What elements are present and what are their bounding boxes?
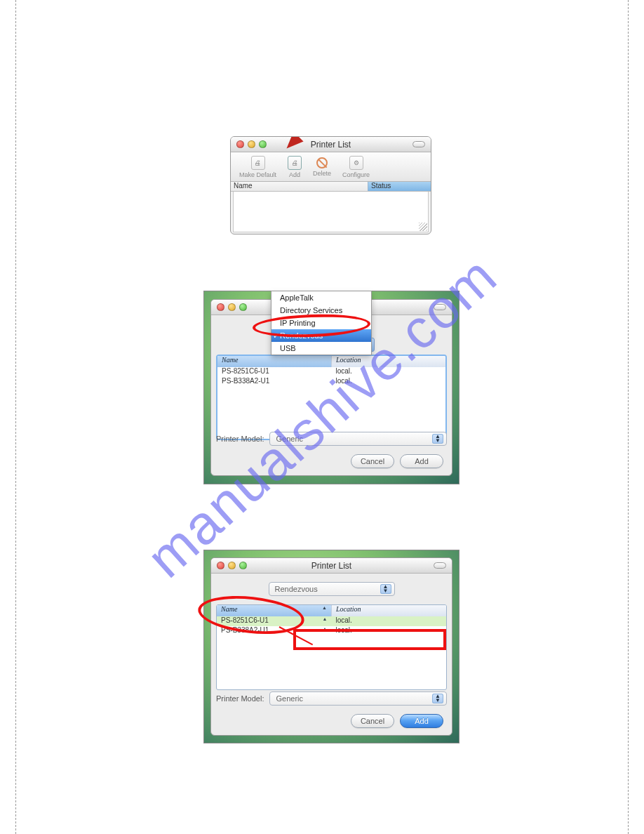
zoom-icon[interactable] xyxy=(259,140,267,148)
toolbar-toggle-icon[interactable] xyxy=(412,141,425,147)
titlebar: Printer List xyxy=(211,558,452,574)
printer-list-empty[interactable] xyxy=(233,192,429,232)
add-button[interactable]: Add xyxy=(400,714,443,728)
printer-model-value: Generic xyxy=(276,694,303,703)
add-button[interactable]: 🖨 Add xyxy=(283,154,306,180)
printer-model-select[interactable]: Generic ▲▼ xyxy=(269,691,447,706)
titlebar: Printer List xyxy=(231,137,431,152)
row-name: PS-B338A2-U1 xyxy=(217,377,332,387)
window-title: Printer List xyxy=(311,140,351,150)
delete-button[interactable]: Delete xyxy=(309,154,335,180)
close-icon[interactable] xyxy=(236,140,244,148)
printer-model-select[interactable]: Generic ▲▼ xyxy=(269,432,447,446)
configure-label: Configure xyxy=(342,171,370,178)
configure-button[interactable]: ⚙ Configure xyxy=(338,154,374,180)
row-location: local. xyxy=(332,377,446,387)
select-arrows-icon: ▲▼ xyxy=(435,435,441,443)
menu-item-appletalk[interactable]: AppleTalk xyxy=(271,291,371,304)
printer-icon: 🖨 xyxy=(251,156,265,170)
add-label: Add xyxy=(289,171,300,178)
list-row[interactable]: PS-B338A2-U1 local. xyxy=(217,377,445,387)
col-location[interactable]: Location xyxy=(332,356,445,367)
toolbar-toggle-icon[interactable] xyxy=(434,304,446,310)
col-status[interactable]: Status xyxy=(368,182,431,191)
col-name[interactable]: Name xyxy=(217,356,332,367)
window-title: Printer List xyxy=(311,561,351,571)
close-icon[interactable] xyxy=(217,562,224,569)
connection-type-value: Rendezvous xyxy=(275,585,318,593)
printer-model-label: Printer Model: xyxy=(216,694,264,703)
printer-model-value: Generic xyxy=(276,435,303,443)
red-rect-annotation xyxy=(293,629,446,650)
add-button[interactable]: Add xyxy=(400,454,443,468)
row-location: local. xyxy=(332,367,446,377)
connection-type-select[interactable]: Rendezvous ▲▼ xyxy=(269,582,395,596)
make-default-button[interactable]: 🖨 Make Default xyxy=(235,154,281,180)
cancel-button[interactable]: Cancel xyxy=(351,454,394,468)
cancel-button[interactable]: Cancel xyxy=(351,714,394,728)
col-name[interactable]: Name xyxy=(231,182,368,191)
menu-item-usb[interactable]: USB xyxy=(271,342,371,355)
printer-icon: 🖨 xyxy=(288,156,302,170)
col-location[interactable]: Location xyxy=(332,605,446,616)
toolbar: 🖨 Make Default 🖨 Add Delete ⚙ Configure xyxy=(231,152,431,182)
printers-found-list[interactable]: Name Location PS-8251C6-U1 local. PS-B33… xyxy=(216,355,447,440)
zoom-icon[interactable] xyxy=(239,303,247,311)
list-row[interactable]: PS-8251C6-U1 local. xyxy=(217,367,445,377)
delete-label: Delete xyxy=(313,170,331,177)
configure-icon: ⚙ xyxy=(349,156,363,170)
select-arrows-icon: ▲▼ xyxy=(435,694,441,703)
toolbar-toggle-icon[interactable] xyxy=(434,562,446,569)
list-header: Name Location xyxy=(217,356,445,367)
zoom-icon[interactable] xyxy=(239,562,247,569)
row-name: PS-8251C6-U1 xyxy=(217,367,332,377)
close-icon[interactable] xyxy=(217,303,224,311)
select-arrows-icon: ▲▼ xyxy=(383,585,389,593)
list-header: Name Status xyxy=(231,182,431,192)
delete-icon xyxy=(316,157,328,168)
row-location: local. xyxy=(332,616,447,626)
printer-list-window-1: Printer List 🖨 Make Default 🖨 Add Delete… xyxy=(230,136,431,234)
minimize-icon[interactable] xyxy=(228,562,236,569)
make-default-label: Make Default xyxy=(239,171,276,178)
minimize-icon[interactable] xyxy=(228,303,236,311)
minimize-icon[interactable] xyxy=(248,140,255,148)
printer-model-label: Printer Model: xyxy=(216,435,264,443)
